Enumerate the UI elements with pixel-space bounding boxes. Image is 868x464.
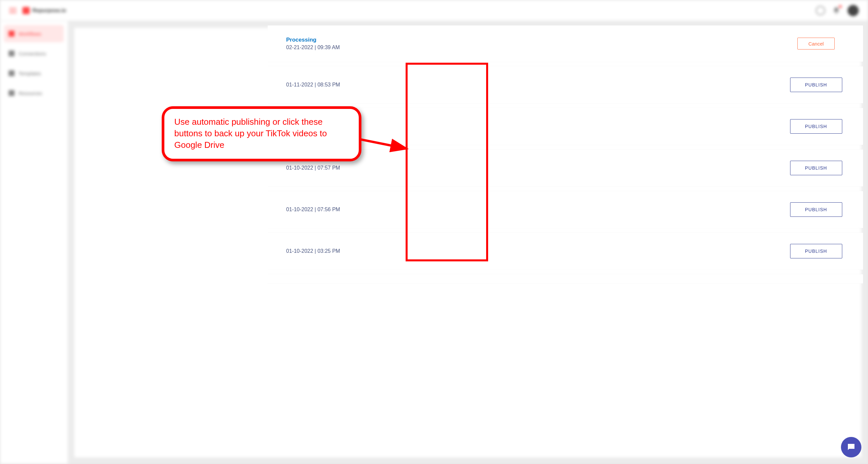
row-action: PUBLISH: [787, 119, 845, 134]
workflows-icon: [8, 31, 14, 37]
row-status: 01-10-2022 | 07:56 PM: [286, 207, 787, 213]
topbar-left: Repurpose.io: [9, 7, 66, 14]
sidebar-item-workflows[interactable]: Workflows: [4, 25, 64, 42]
row-status: 01-10-2022 | 03:25 PM: [286, 248, 787, 254]
callout-arrow-icon: [360, 136, 409, 156]
avatar[interactable]: [847, 5, 859, 16]
callout-bubble: Use automatic publishing or click these …: [162, 106, 362, 161]
publish-button[interactable]: PUBLISH: [790, 78, 842, 92]
row-datetime: 01-10-2022 | 07:57 PM: [286, 165, 787, 171]
row-status: 01-10-2022 | 07:57 PM: [286, 165, 787, 171]
publish-button[interactable]: PUBLISH: [790, 119, 842, 134]
topbar: Repurpose.io: [0, 0, 868, 21]
publish-button[interactable]: PUBLISH: [790, 161, 842, 175]
menu-icon[interactable]: [9, 8, 17, 13]
bell-icon[interactable]: [832, 7, 840, 14]
brand-logo-icon: [23, 7, 30, 14]
sidebar-item-label: Templates: [19, 71, 41, 76]
publish-button[interactable]: PUBLISH: [790, 244, 842, 258]
sidebar-item-connections[interactable]: Connections: [4, 45, 64, 62]
table-row: [268, 274, 863, 283]
brand-name: Repurpose.io: [32, 8, 66, 13]
row-status: 01-11-2022 | 08:53 PM: [286, 82, 787, 88]
row-datetime: 01-11-2022 | 08:53 PM: [286, 82, 787, 88]
table-row: 01-11-2022 | 08:53 PM PUBLISH: [268, 66, 863, 103]
publish-button[interactable]: PUBLISH: [790, 202, 842, 217]
row-action: PUBLISH: [787, 161, 845, 175]
row-action: PUBLISH: [787, 78, 845, 92]
row-datetime: 01-10-2022 | 07:56 PM: [286, 207, 787, 213]
topbar-right: [816, 5, 859, 16]
row-datetime: 02-21-2022 | 09:39 AM: [286, 44, 787, 51]
chat-fab[interactable]: [841, 437, 861, 457]
chat-icon: [846, 442, 856, 452]
templates-icon: [8, 70, 14, 76]
row-action: PUBLISH: [787, 244, 845, 258]
cancel-button[interactable]: Cancel: [797, 38, 835, 50]
row-action: Cancel: [787, 38, 845, 50]
sidebar-item-templates[interactable]: Templates: [4, 65, 64, 82]
table-row: 01-10-2022 | 03:25 PM PUBLISH: [268, 233, 863, 270]
connections-icon: [8, 51, 14, 56]
row-action: PUBLISH: [787, 202, 845, 217]
callout-text: Use automatic publishing or click these …: [174, 117, 327, 150]
status-label: Processing: [286, 37, 787, 43]
row-status: Processing 02-21-2022 | 09:39 AM: [286, 37, 787, 51]
table-row: Processing 02-21-2022 | 09:39 AM Cancel: [268, 25, 863, 62]
svg-line-1: [360, 139, 404, 148]
sidebar-item-label: Resources: [19, 90, 42, 96]
help-icon[interactable]: [816, 6, 825, 15]
sidebar-item-label: Connections: [19, 51, 46, 56]
sidebar-item-label: Workflows: [19, 31, 41, 37]
brand: Repurpose.io: [23, 7, 66, 14]
sidebar: Workflows Connections Templates Resource…: [0, 21, 68, 464]
sidebar-item-resources[interactable]: Resources: [4, 85, 64, 102]
row-datetime: 01-10-2022 | 03:25 PM: [286, 248, 787, 254]
table-row: 01-10-2022 | 07:56 PM PUBLISH: [268, 191, 863, 228]
resources-icon: [8, 90, 14, 96]
